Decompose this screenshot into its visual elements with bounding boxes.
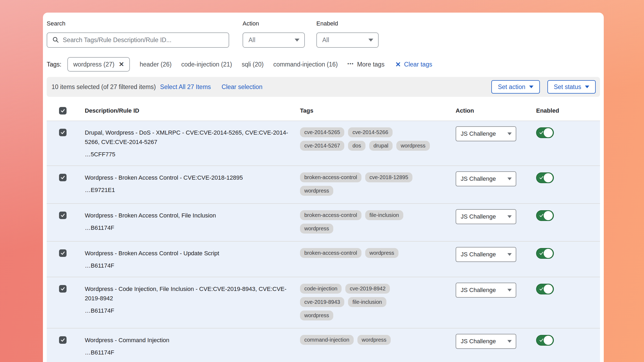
tag-chip: drupal [369,141,393,151]
chevron-down-icon [368,39,373,42]
search-input[interactable] [63,36,224,44]
tag-chip: wordpress [300,224,333,234]
action-value: JS Challenge [461,338,496,345]
enabled-toggle[interactable] [536,172,554,183]
tag-chip: file-inclusion [365,210,403,220]
tag-filter-command-injection[interactable]: command-injection (16) [273,61,338,68]
check-icon [539,287,544,291]
action-select[interactable]: JS Challenge [456,247,516,262]
row-checkbox[interactable] [59,212,67,219]
tag-chip: cve-2019-8942 [345,284,390,294]
rule-tags: command-injectionwordpress [300,335,456,345]
chevron-down-icon [529,86,533,88]
chevron-down-icon [507,253,512,256]
close-icon: ✕ [395,61,401,68]
toggle-knob [544,211,553,220]
header-description: Description/Rule ID [85,107,300,114]
tag-chip: cve-2019-8943 [300,297,344,307]
selected-tag-wordpress[interactable]: wordpress (27) ✕ [67,57,130,72]
enabled-toggle[interactable] [536,335,554,346]
tag-chip: wordpress [396,141,430,151]
table-row: Wordpress - Broken Access Control, File … [47,204,600,242]
enabled-toggle[interactable] [536,127,554,138]
action-filter-select[interactable]: All [243,32,305,48]
rule-id: …B61174F [85,349,300,356]
search-icon [52,36,59,44]
header-enabled: Enabled [536,107,600,114]
toggle-knob [544,336,553,345]
action-select[interactable]: JS Challenge [456,126,516,141]
rule-tags: broken-access-controlwordpress [300,248,456,258]
action-select[interactable]: JS Challenge [456,171,516,186]
rule-description: Wordpress - Code Injection, File Inclusi… [85,284,289,303]
rule-description: Drupal, Wordpress - DoS - XMLRPC - CVE:C… [85,128,289,147]
table-row: Drupal, Wordpress - DoS - XMLRPC - CVE:C… [47,121,600,166]
rule-description: Wordpress - Command Injection [85,335,289,345]
tag-chip: broken-access-control [300,248,361,258]
header-action: Action [456,107,536,114]
rule-id: …B61174F [85,307,300,314]
rule-id: …E9721E1 [85,187,300,194]
select-all-checkbox[interactable] [59,107,67,114]
rule-tags: code-injectioncve-2019-8942cve-2019-8943… [300,284,456,320]
remove-tag-icon[interactable]: ✕ [119,61,124,68]
tag-chip: wordpress [365,248,398,258]
enabled-filter-value: All [322,36,329,44]
tag-filter-code-injection[interactable]: code-injection (21) [181,61,232,68]
rule-tags: cve-2014-5265cve-2014-5266cve-2014-5267d… [300,127,456,151]
tag-chip: cve-2014-5267 [300,141,344,151]
selected-tag-text: wordpress (27) [73,61,114,68]
tag-filter-sqli[interactable]: sqli (20) [242,61,264,68]
action-filter-label: Action [243,20,305,27]
selection-bar: 10 items selected (of 27 filtered items)… [47,77,600,97]
tag-chip: file-inclusion [348,297,386,307]
enabled-filter-select[interactable]: All [316,32,379,48]
tag-filter-header[interactable]: header (26) [140,61,171,68]
rules-panel: Search Action All Enabeld All [43,13,604,362]
action-select[interactable]: JS Challenge [456,283,516,298]
tag-chip: command-injection [300,335,354,345]
table-header: Description/Rule ID Tags Action Enabled [47,101,600,121]
table-row: Wordpress - Broken Access Control - CVE:… [47,166,600,204]
set-action-button[interactable]: Set action [491,80,540,94]
ellipsis-icon: ••• [347,61,354,67]
tags-filter-bar: Tags: wordpress (27) ✕ header (26) code-… [47,57,600,72]
row-checkbox[interactable] [59,174,67,181]
table-row: Wordpress - Command Injection …B61174F c… [47,328,600,362]
row-checkbox[interactable] [59,249,67,257]
tag-chip: wordpress [357,335,391,345]
tag-chip: dos [348,141,365,151]
row-checkbox[interactable] [59,285,67,293]
set-action-label: Set action [498,83,525,91]
tag-chip: cve-2014-5265 [300,127,344,137]
toggle-knob [544,249,553,258]
table-row: Wordpress - Code Injection, File Inclusi… [47,277,600,328]
toggle-knob [544,285,553,294]
table-row: Wordpress - Broken Access Control - Upda… [47,242,600,277]
rule-description: Wordpress - Broken Access Control - CVE:… [85,173,289,182]
select-all-link[interactable]: Select All 27 Items [160,83,211,91]
rule-tags: broken-access-controlcve-2018-12895wordp… [300,172,456,196]
set-status-button[interactable]: Set status [547,80,596,94]
enabled-toggle[interactable] [536,210,554,221]
row-checkbox[interactable] [59,336,67,344]
more-tags-button[interactable]: ••• More tags [347,61,385,68]
more-tags-label: More tags [357,61,385,68]
chevron-down-icon [295,39,299,42]
clear-tags-button[interactable]: ✕ Clear tags [395,61,432,68]
action-select[interactable]: JS Challenge [456,209,516,224]
check-icon [539,338,544,343]
check-icon [539,130,544,135]
chevron-down-icon [507,215,512,218]
search-label: Search [47,20,229,27]
chevron-down-icon [507,340,512,343]
enabled-toggle[interactable] [536,248,554,259]
action-value: JS Challenge [461,130,496,137]
clear-selection-link[interactable]: Clear selection [222,83,262,91]
table-body: Drupal, Wordpress - DoS - XMLRPC - CVE:C… [47,121,600,362]
action-select[interactable]: JS Challenge [456,334,516,349]
row-checkbox[interactable] [59,129,67,136]
tag-chip: code-injection [300,284,342,294]
enabled-toggle[interactable] [536,284,554,294]
search-box[interactable] [47,32,229,48]
